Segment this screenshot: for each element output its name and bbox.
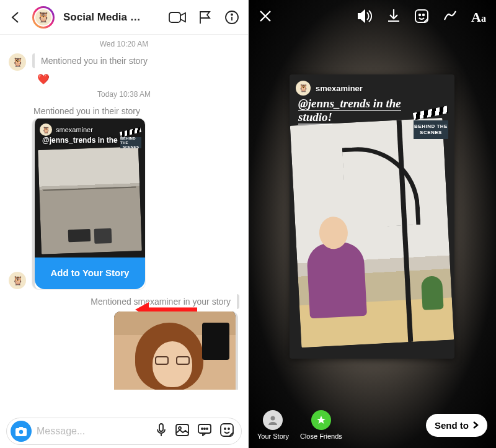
send-to-button[interactable]: Send to <box>426 414 487 437</box>
svg-point-3 <box>19 429 23 433</box>
svg-point-2 <box>231 14 232 15</box>
svg-rect-4 <box>159 424 163 431</box>
reshared-story[interactable]: 🦉 smexaminer @jenns_trends in the studio… <box>290 74 454 359</box>
svg-point-15 <box>419 14 420 16</box>
svg-rect-5 <box>176 424 188 436</box>
story-preview[interactable]: 🦉 smexaminer @jenns_trends in the BEHIND… <box>35 119 145 258</box>
dm-header: 🦉 Social Media … <box>0 0 248 35</box>
your-story-button[interactable]: Your Story <box>257 410 289 440</box>
sticker-icon[interactable] <box>220 423 234 439</box>
dm-thread: Wed 10:20 AM 🦉 Mentioned you in their st… <box>0 35 248 413</box>
reshare-avatar: 🦉 <box>296 81 311 96</box>
incoming-message: 🦉 Mentioned you in their story <box>9 53 239 71</box>
info-button[interactable] <box>224 10 239 25</box>
flag-button[interactable] <box>198 10 212 25</box>
mention-text[interactable]: Mentioned you in their story <box>32 53 154 68</box>
gallery-icon[interactable] <box>175 424 189 439</box>
composer-pill: Message... <box>6 418 242 445</box>
editor-toolbar: Aa <box>249 0 496 35</box>
sticker-tool-icon[interactable] <box>414 9 429 26</box>
timestamp: Today 10:38 AM <box>9 90 239 99</box>
close-friends-button[interactable]: Close Friends <box>300 410 342 440</box>
sender-avatar[interactable]: 🦉 <box>9 53 26 71</box>
svg-rect-0 <box>169 12 180 22</box>
svg-point-8 <box>202 428 203 429</box>
heart-reaction[interactable]: ❤️ <box>37 73 239 85</box>
svg-point-6 <box>179 427 181 429</box>
text-tool-icon[interactable]: Aa <box>471 9 486 25</box>
quick-reply-icon[interactable] <box>198 424 211 439</box>
camera-button[interactable] <box>11 421 32 442</box>
close-button[interactable] <box>259 9 272 25</box>
avatar-icon: 🦉 <box>34 8 53 27</box>
mention-text: Mentioned you in their story <box>33 104 239 119</box>
save-icon[interactable] <box>387 9 401 26</box>
voice-icon[interactable] <box>156 423 167 439</box>
svg-point-17 <box>271 416 275 421</box>
outgoing-story-thumb[interactable] <box>114 311 238 390</box>
timestamp: Wed 10:20 AM <box>9 40 239 48</box>
behind-the-scenes-sticker: BEHIND THE SCENES <box>414 113 448 139</box>
svg-point-16 <box>423 14 424 16</box>
chat-title[interactable]: Social Media … <box>63 11 160 24</box>
editor-bottom-bar: Your Story Close Friends Send to <box>249 402 496 448</box>
behind-the-scenes-sticker: BEHIND THE SCENES <box>120 132 141 148</box>
outgoing-mention-text: Mentioned smexaminer in your story <box>9 294 239 309</box>
story-username: smexaminer <box>56 126 93 133</box>
draw-tool-icon[interactable] <box>443 9 458 26</box>
chevron-right-icon <box>472 421 479 429</box>
story-mention-block: 🦉 🦉 smexaminer @jenns_trends in the BEHI <box>9 119 239 289</box>
story-avatar: 🦉 <box>40 123 52 136</box>
svg-point-12 <box>224 428 226 429</box>
sender-avatar[interactable]: 🦉 <box>9 272 26 289</box>
svg-point-13 <box>228 428 229 429</box>
story-editor-screen: Aa 🦉 smexaminer @jenns_trends in the stu… <box>249 0 496 448</box>
message-composer: Message... <box>0 413 248 448</box>
message-input[interactable]: Message... <box>37 426 151 437</box>
editor-canvas[interactable]: 🦉 smexaminer @jenns_trends in the studio… <box>249 35 496 402</box>
video-call-button[interactable] <box>169 11 186 24</box>
dm-screen: 🦉 Social Media … Wed 10:20 AM 🦉 Mentione… <box>0 0 249 448</box>
svg-point-10 <box>206 428 208 429</box>
add-to-story-button[interactable]: Add to Your Story <box>35 258 145 289</box>
svg-point-9 <box>204 428 205 429</box>
reshare-caption: @jenns_trends in the studio! <box>298 97 423 124</box>
reshare-username: smexaminer <box>316 84 363 93</box>
sound-icon[interactable] <box>357 9 373 26</box>
back-button[interactable] <box>9 10 24 25</box>
story-card[interactable]: 🦉 smexaminer @jenns_trends in the BEHIND… <box>32 119 145 289</box>
chat-avatar[interactable]: 🦉 <box>32 6 55 29</box>
